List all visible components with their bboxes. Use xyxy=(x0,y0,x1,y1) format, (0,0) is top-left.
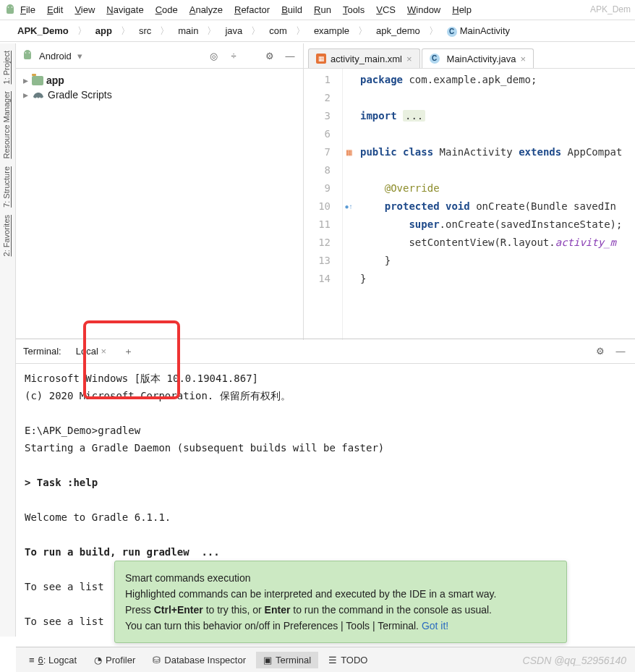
breadcrumb: APK_Demo〉app〉src〉main〉java〉com〉example〉a… xyxy=(0,20,635,42)
terminal-tab-local[interactable]: Local × xyxy=(67,343,115,360)
menu-navigate[interactable]: Navigate xyxy=(106,4,143,15)
target-icon[interactable]: ◎ xyxy=(206,48,221,63)
bottom-tab-databaseinspector[interactable]: ⛁Database Inspector xyxy=(145,652,253,668)
bottom-tab-terminal[interactable]: ▣Terminal xyxy=(256,652,318,668)
side-tab[interactable]: 1: Project xyxy=(2,51,11,84)
editor-tab[interactable]: ▦activity_main.xml× xyxy=(308,48,420,68)
crumb-sep: 〉 xyxy=(251,25,260,38)
svg-point-3 xyxy=(29,52,30,54)
gradle-icon xyxy=(32,90,45,100)
menu-refactor[interactable]: Refactor xyxy=(234,4,270,15)
menu-run[interactable]: Run xyxy=(314,4,331,15)
gear-icon[interactable]: ⚙ xyxy=(593,344,608,359)
line-gutter: 12367891011121314 xyxy=(304,69,343,340)
tab-icon: ≡ xyxy=(29,655,35,665)
side-tab[interactable]: 7: Structure xyxy=(2,166,11,208)
hint-line: Press Ctrl+Enter to try this, or Enter t… xyxy=(125,602,556,618)
menu-code[interactable]: Code xyxy=(155,4,178,15)
crumb-sep: 〉 xyxy=(296,25,305,38)
editor-tab[interactable]: CMainActivity.java× xyxy=(422,48,534,68)
project-panel: Android ▾ ◎ ÷ ⚙ — ▸ app ▸ Gradle Scripts xyxy=(16,43,304,340)
bottom-tool-bar: ≡6: Logcat◔Profiler⛁Database Inspector▣T… xyxy=(16,647,635,672)
hint-title: Smart commands execution xyxy=(125,570,556,586)
crumb-sep: 〉 xyxy=(121,25,130,38)
crumb-com[interactable]: com xyxy=(263,24,293,38)
bottom-tab-profiler[interactable]: ◔Profiler xyxy=(87,652,142,668)
menu-file[interactable]: File xyxy=(20,4,35,15)
tree-label: app xyxy=(46,75,64,86)
close-icon[interactable]: × xyxy=(406,54,412,64)
module-icon xyxy=(32,76,43,85)
collapse-icon[interactable]: ÷ xyxy=(226,48,241,63)
editor-panel: ▦activity_main.xml×CMainActivity.java× 1… xyxy=(304,43,635,340)
crumb-apk_demo[interactable]: APK_Demo xyxy=(12,24,74,38)
hint-line: Highlighted commands can be interpreted … xyxy=(125,586,556,602)
crumb-example[interactable]: example xyxy=(308,24,355,38)
crumb-apk_demo[interactable]: apk_demo xyxy=(370,24,426,38)
project-header: Android ▾ ◎ ÷ ⚙ — xyxy=(16,43,303,69)
close-icon[interactable]: × xyxy=(101,346,106,357)
terminal-title: Terminal: xyxy=(23,346,61,357)
tree-node-app[interactable]: ▸ app xyxy=(22,73,297,88)
menu-edit[interactable]: Edit xyxy=(47,4,63,15)
main-menu-bar: FileEditViewNavigateCodeAnalyzeRefactorB… xyxy=(0,0,635,20)
menu-view[interactable]: View xyxy=(74,4,95,15)
close-icon[interactable]: × xyxy=(520,54,526,64)
crumb-sep: 〉 xyxy=(160,25,169,38)
bottom-tab-todo[interactable]: ☰TODO xyxy=(321,652,375,668)
crumb-src[interactable]: src xyxy=(133,24,157,38)
code-content[interactable]: package com.example.apk_demo; import ...… xyxy=(354,69,628,340)
left-tool-strip: 1: ProjectResource Manager7: Structure2:… xyxy=(0,43,16,637)
crumb-mainactivity[interactable]: CMainActivity xyxy=(441,24,516,38)
gear-icon[interactable]: ⚙ xyxy=(263,48,277,63)
crumb-main[interactable]: main xyxy=(172,24,204,38)
side-tab[interactable]: Resource Manager xyxy=(2,91,11,159)
droid-icon xyxy=(4,4,16,16)
tree-node-gradle[interactable]: ▸ Gradle Scripts xyxy=(22,88,297,102)
tab-icon: ▣ xyxy=(263,655,272,665)
project-tree[interactable]: ▸ app ▸ Gradle Scripts xyxy=(16,69,303,106)
hint-popup: Smart commands execution Highlighted com… xyxy=(114,561,567,643)
side-tab[interactable]: 2: Favorites xyxy=(2,215,11,256)
crumb-sep: 〉 xyxy=(358,25,367,38)
menu-window[interactable]: Window xyxy=(407,4,440,15)
class-icon: C xyxy=(430,54,440,64)
hint-gotit-link[interactable]: Got it! xyxy=(422,620,448,631)
terminal-header: Terminal: Local × ＋ ⚙ — xyxy=(16,339,635,364)
menu-build[interactable]: Build xyxy=(281,4,302,15)
svg-point-1 xyxy=(12,7,13,8)
crumb-sep: 〉 xyxy=(429,25,438,38)
tab-icon: ⛁ xyxy=(153,655,161,665)
hint-line: You can turn this behavior on/off in Pre… xyxy=(125,618,556,634)
chevron-down-icon[interactable]: ▾ xyxy=(77,51,82,61)
crumb-java[interactable]: java xyxy=(219,24,248,38)
project-view-selector[interactable]: Android xyxy=(39,51,72,61)
hide-icon[interactable]: — xyxy=(613,344,628,359)
bottom-tab-logcat[interactable]: ≡6: Logcat xyxy=(22,652,84,668)
crumb-sep: 〉 xyxy=(77,25,87,38)
svg-point-0 xyxy=(8,7,9,8)
window-title-suffix: APK_Dem xyxy=(590,4,631,14)
menu-tools[interactable]: Tools xyxy=(343,4,365,15)
menu-help[interactable]: Help xyxy=(452,4,472,15)
tab-icon: ◔ xyxy=(94,655,102,665)
menu-analyze[interactable]: Analyze xyxy=(189,4,223,15)
droid-icon xyxy=(22,50,33,61)
tab-icon: ☰ xyxy=(328,655,337,665)
crumb-sep: 〉 xyxy=(207,25,216,38)
tree-label: Gradle Scripts xyxy=(48,89,112,101)
crumb-app[interactable]: app xyxy=(90,24,118,38)
editor-tabs: ▦activity_main.xml×CMainActivity.java× xyxy=(304,43,635,69)
add-terminal-button[interactable]: ＋ xyxy=(121,344,135,359)
hide-icon[interactable]: — xyxy=(283,48,297,63)
gutter-icons: ▦ ●↑ xyxy=(343,69,354,340)
svg-point-2 xyxy=(25,52,27,54)
xml-icon: ▦ xyxy=(316,54,326,64)
menu-vcs[interactable]: VCS xyxy=(376,4,396,15)
